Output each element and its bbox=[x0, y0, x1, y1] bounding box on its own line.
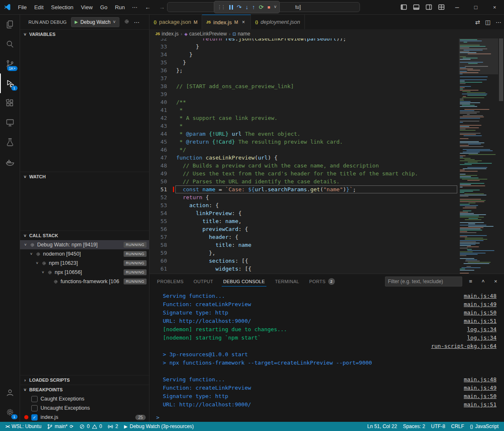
breakpoint-checkbox[interactable] bbox=[31, 405, 38, 411]
line-number[interactable]: 58 bbox=[149, 241, 167, 249]
line-number[interactable]: 44 bbox=[149, 130, 167, 138]
run-and-debug-icon[interactable]: 1 bbox=[0, 74, 20, 93]
indentation-status[interactable]: Spaces: 2 bbox=[400, 422, 428, 431]
close-button[interactable]: × bbox=[485, 0, 504, 14]
navigate-back-button[interactable]: ← bbox=[141, 2, 155, 12]
callstack-row[interactable]: ˅npx [10656]RUNNING bbox=[20, 268, 149, 277]
line-number[interactable]: 37 bbox=[149, 74, 167, 82]
maximize-panel-icon[interactable]: ˄ bbox=[479, 278, 487, 284]
line-number[interactable]: 36 bbox=[149, 66, 167, 74]
toggle-panel-icon[interactable] bbox=[410, 0, 423, 14]
customize-layout-icon[interactable] bbox=[435, 0, 448, 14]
language-status[interactable]: {} JavaScript bbox=[467, 422, 501, 431]
line-number[interactable]: 35 bbox=[149, 58, 167, 66]
line-number[interactable]: 47 bbox=[149, 154, 167, 162]
debug-launch-select[interactable]: ▶ Debug Watch ˅ bbox=[71, 17, 119, 27]
line-number[interactable]: 34 bbox=[149, 51, 167, 58]
line-number[interactable]: 56 bbox=[149, 225, 167, 233]
line-number[interactable]: 42 bbox=[149, 114, 167, 122]
vertical-scrollbar[interactable] bbox=[498, 38, 504, 274]
cursor-position[interactable]: Ln 51, Col 22 bbox=[365, 422, 400, 431]
line-number[interactable]: 48 bbox=[149, 162, 167, 170]
breakpoint-checkbox[interactable] bbox=[31, 396, 38, 402]
problems-status[interactable]: 0 0 bbox=[76, 422, 105, 431]
debug-session-picker[interactable]: ˅ bbox=[274, 5, 276, 9]
search-icon[interactable] bbox=[0, 34, 20, 54]
line-number[interactable]: 61 bbox=[149, 265, 167, 273]
eol-status[interactable]: CRLF bbox=[448, 422, 467, 431]
section-header-variables[interactable]: ˅VARIABLES bbox=[20, 30, 149, 39]
explorer-icon[interactable] bbox=[0, 15, 20, 34]
line-number[interactable]: 33 bbox=[149, 43, 167, 51]
remote-indicator[interactable]: >< WSL: Ubuntu bbox=[3, 422, 44, 431]
console-source-link[interactable]: main.js:50 bbox=[464, 392, 496, 401]
ports-status[interactable]: 2 bbox=[105, 422, 121, 431]
section-header-watch[interactable]: ˅WATCH bbox=[20, 172, 149, 181]
line-number[interactable]: 55 bbox=[149, 217, 167, 225]
settings-gear-icon[interactable]: 1 bbox=[0, 402, 20, 422]
open-launch-json-gear-icon[interactable] bbox=[124, 18, 130, 26]
panel-tab-debug-console[interactable]: DEBUG CONSOLE bbox=[222, 274, 267, 289]
line-number[interactable]: 59 bbox=[149, 249, 167, 257]
close-panel-icon[interactable]: × bbox=[491, 278, 500, 284]
drag-handle-icon[interactable]: ⋮⋮ bbox=[217, 4, 225, 10]
console-source-link[interactable]: main.js:50 bbox=[464, 309, 496, 317]
menu-file[interactable]: File bbox=[14, 3, 30, 12]
views-more-actions-icon[interactable]: ⋯ bbox=[134, 19, 140, 25]
line-number[interactable]: 52 bbox=[149, 193, 167, 201]
accounts-icon[interactable] bbox=[0, 383, 20, 402]
pause-button[interactable] bbox=[229, 5, 233, 10]
breakpoint-row[interactable]: Uncaught Exceptions bbox=[20, 403, 149, 413]
editor-more-actions-icon[interactable]: ⋯ bbox=[496, 19, 501, 25]
code-editor[interactable]: 32 return res.json(caseLinkPreview(parse… bbox=[149, 38, 504, 274]
compare-changes-icon[interactable]: ⇄ bbox=[475, 19, 480, 25]
callstack-row[interactable]: ˅nodemon [9450]RUNNING bbox=[20, 249, 149, 259]
scrollbar-thumb[interactable] bbox=[499, 38, 503, 101]
line-number[interactable]: 54 bbox=[149, 209, 167, 217]
toggle-secondary-sidebar-icon[interactable] bbox=[423, 0, 435, 14]
line-number[interactable]: 51 bbox=[149, 185, 167, 193]
callstack-row[interactable]: functions-framework [106...RUNNING bbox=[20, 277, 149, 286]
breadcrumb-item[interactable]: caseLinkPreview bbox=[189, 31, 227, 37]
encoding-status[interactable]: UTF-8 bbox=[428, 422, 448, 431]
menu-view[interactable]: View bbox=[77, 3, 96, 12]
line-number[interactable]: 45 bbox=[149, 138, 167, 146]
menu-edit[interactable]: Edit bbox=[30, 3, 47, 12]
console-filter-input[interactable] bbox=[385, 276, 462, 286]
menu-run[interactable]: Run bbox=[111, 3, 129, 12]
line-number[interactable]: 40 bbox=[149, 98, 167, 106]
line-number[interactable]: 43 bbox=[149, 122, 167, 130]
breakpoint-row[interactable]: ✓index.js25 bbox=[20, 413, 149, 422]
console-source-link[interactable]: main.js:48 bbox=[464, 292, 496, 300]
panel-tab-output[interactable]: OUTPUT bbox=[192, 274, 215, 289]
menu-selection[interactable]: Selection bbox=[47, 3, 77, 12]
step-out-button[interactable]: ↑ bbox=[252, 4, 255, 10]
breadcrumb-item[interactable]: name bbox=[238, 31, 250, 37]
maximize-button[interactable]: □ bbox=[466, 0, 485, 14]
console-source-link[interactable]: main.js:51 bbox=[464, 401, 496, 409]
line-number[interactable]: 38 bbox=[149, 82, 167, 90]
panel-tab-ports[interactable]: PORTS2 bbox=[307, 274, 336, 289]
callstack-row[interactable]: ˅npm [10623]RUNNING bbox=[20, 259, 149, 268]
toggle-primary-sidebar-icon[interactable] bbox=[398, 0, 410, 14]
section-header-callstack[interactable]: ˅CALL STACK bbox=[20, 231, 149, 240]
step-over-button[interactable]: ↷ bbox=[237, 4, 242, 10]
minimize-button[interactable]: ─ bbox=[448, 0, 466, 14]
line-number[interactable]: 53 bbox=[149, 201, 167, 209]
console-source-link[interactable]: main.js:48 bbox=[464, 375, 496, 384]
filter-options-icon[interactable]: ≡ bbox=[466, 278, 475, 284]
line-number[interactable]: 60 bbox=[149, 257, 167, 265]
breakpoint-checkbox[interactable]: ✓ bbox=[31, 414, 38, 421]
tab-index.js[interactable]: JSindex.jsM× bbox=[202, 15, 251, 29]
menu-overflow-button[interactable]: ⋯ bbox=[129, 3, 141, 12]
step-into-button[interactable]: ↓ bbox=[246, 4, 248, 10]
panel-tab-terminal[interactable]: TERMINAL bbox=[273, 274, 301, 289]
line-number[interactable]: 57 bbox=[149, 233, 167, 241]
tab-package.json[interactable]: {}package.jsonM bbox=[149, 15, 202, 29]
section-header-loaded-scripts[interactable]: ›LOADED SCRIPTS bbox=[20, 375, 149, 385]
debug-status[interactable]: ▶ Debug Watch (3p-resources) bbox=[121, 422, 197, 431]
console-source-link[interactable]: run-script-pkg.js:64 bbox=[431, 342, 496, 350]
panel-tab-problems[interactable]: PROBLEMS bbox=[155, 274, 185, 289]
callstack-row[interactable]: ˅Debug Watch: npm [9419]RUNNING bbox=[20, 240, 149, 249]
line-number[interactable]: 49 bbox=[149, 170, 167, 177]
